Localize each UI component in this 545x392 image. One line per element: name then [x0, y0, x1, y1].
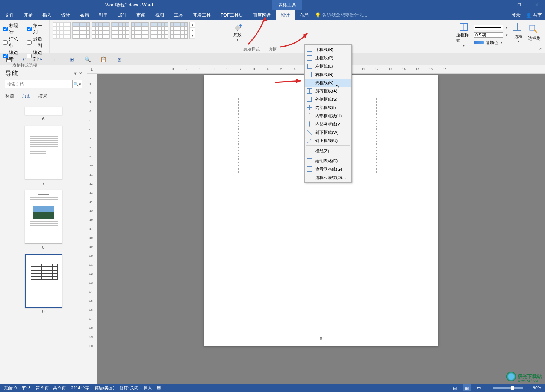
- border-menu-item[interactable]: 横线(Z): [305, 147, 351, 155]
- pen-color-selector[interactable]: 笔颜色▼: [474, 39, 509, 46]
- menu-tab-13[interactable]: 设计: [276, 10, 295, 20]
- border-menu-item[interactable]: 左框线(L): [305, 62, 351, 70]
- nav-dropdown-icon[interactable]: ▼: [73, 71, 77, 76]
- border-painter-button[interactable]: 边框刷: [527, 23, 542, 43]
- nav-tab[interactable]: 标题: [5, 93, 14, 101]
- qat-icon-2[interactable]: ⊞: [68, 56, 75, 63]
- table-style-option[interactable]: [72, 22, 90, 39]
- table-style-option[interactable]: [53, 22, 71, 39]
- view-web-icon[interactable]: ▭: [475, 384, 483, 391]
- menu-tab-10[interactable]: 开发工具: [188, 10, 216, 20]
- menu-tab-11[interactable]: PDF工具集: [216, 10, 248, 20]
- menu-tab-9[interactable]: 工具: [169, 10, 188, 20]
- menu-tab-5[interactable]: 引用: [94, 10, 113, 20]
- nav-tab[interactable]: 页面: [22, 93, 31, 101]
- menu-tab-7[interactable]: 审阅: [132, 10, 150, 20]
- status-lang[interactable]: 英语(美国): [95, 385, 114, 391]
- status-words[interactable]: 2214 个字: [71, 385, 90, 391]
- line-style-selector[interactable]: ▼: [474, 24, 509, 31]
- nav-close-icon[interactable]: ✕: [79, 71, 82, 76]
- border-styles-button[interactable]: 边框样式 ▼: [456, 23, 471, 47]
- close-icon[interactable]: ✕: [528, 0, 545, 10]
- zoom-level[interactable]: 90%: [533, 386, 541, 390]
- contextual-tab-label: 表格工具: [272, 0, 302, 10]
- chk-banded-row[interactable]: 镶边行: [3, 50, 23, 62]
- chk-last-col[interactable]: 最后一列: [27, 36, 47, 49]
- zoom-in-icon[interactable]: +: [527, 386, 529, 390]
- status-pageof[interactable]: 第 9 页，共 9 页: [36, 385, 65, 391]
- chk-banded-col[interactable]: 镶边列: [27, 50, 47, 62]
- table-styles-gallery[interactable]: ▴▾▼: [53, 22, 450, 39]
- border-menu-item[interactable]: 斜下框线(W): [305, 128, 351, 136]
- status-macro-icon[interactable]: ▦: [157, 385, 161, 391]
- menu-tab-3[interactable]: 设计: [56, 10, 75, 20]
- table-styles-more[interactable]: ▴▾▼: [189, 22, 195, 39]
- share-button[interactable]: 👤共享: [526, 12, 542, 18]
- qat-icon-3[interactable]: 🔍: [84, 56, 91, 63]
- table-style-option[interactable]: [111, 22, 129, 39]
- qat-icon-1[interactable]: ▭: [53, 56, 59, 63]
- status-track[interactable]: 修订: 关闭: [120, 385, 138, 391]
- tell-me[interactable]: 💡告诉我您想要做什么…: [315, 12, 368, 18]
- chk-total-row[interactable]: 汇总行: [3, 36, 23, 49]
- collapse-ribbon-icon[interactable]: ㅅ: [539, 46, 543, 51]
- menu-tab-8[interactable]: 视图: [150, 10, 169, 20]
- view-print-icon[interactable]: ▦: [463, 384, 471, 391]
- menu-tab-6[interactable]: 邮件: [113, 10, 132, 20]
- table-style-option[interactable]: [92, 22, 110, 39]
- bulb-icon: 💡: [315, 12, 321, 18]
- search-icon[interactable]: 🔍▾: [72, 80, 82, 88]
- border-menu-item[interactable]: 下框线(B): [305, 45, 351, 54]
- page-thumbnail[interactable]: 7: [25, 126, 62, 185]
- menu-tab-12[interactable]: 百度网盘: [248, 10, 276, 20]
- border-type-icon: [306, 148, 312, 154]
- table-style-option[interactable]: [170, 22, 188, 39]
- borders-dropdown-button[interactable]: 边框▼: [511, 23, 526, 43]
- border-menu-item[interactable]: 查看网格线(G): [305, 165, 351, 173]
- nav-title: 导航: [5, 69, 18, 78]
- status-page[interactable]: 页面: 9: [4, 385, 17, 391]
- zoom-slider[interactable]: [493, 387, 523, 389]
- ribbon-display-icon[interactable]: ▭: [478, 0, 493, 10]
- page-thumbnail[interactable]: 9: [25, 254, 62, 314]
- border-menu-item[interactable]: 无框线(N): [305, 79, 351, 87]
- status-mode[interactable]: 插入: [144, 385, 152, 391]
- border-menu-item[interactable]: 所有框线(A): [305, 87, 351, 95]
- table-style-option[interactable]: [131, 22, 149, 39]
- border-menu-item[interactable]: 右框线(R): [305, 70, 351, 79]
- border-menu-item[interactable]: 内部横框线(H): [305, 112, 351, 120]
- qat-icon-4[interactable]: 📋: [100, 56, 107, 63]
- zoom-out-icon[interactable]: −: [487, 386, 489, 390]
- border-menu-item[interactable]: 外侧框线(S): [305, 95, 351, 103]
- chk-first-col[interactable]: 第一列: [27, 23, 47, 35]
- border-menu-item[interactable]: 内部框线(I): [305, 103, 351, 112]
- qat-icon-5[interactable]: ⎘: [116, 56, 123, 63]
- menu-tab-0[interactable]: 文件: [0, 10, 19, 20]
- line-weight-selector[interactable]: 0.5 磅▼: [474, 32, 509, 38]
- border-menu-item[interactable]: 内部竖框线(V): [305, 120, 351, 128]
- chk-header-row[interactable]: 标题行: [3, 23, 23, 35]
- border-menu-item[interactable]: 绘制表格(D): [305, 157, 351, 165]
- border-type-icon: [306, 174, 312, 180]
- search-input[interactable]: [5, 80, 72, 88]
- border-menu-item[interactable]: 上框线(P): [305, 54, 351, 62]
- nav-search[interactable]: 🔍▾: [5, 80, 82, 88]
- menu-tab-1[interactable]: 开始: [19, 10, 38, 20]
- border-menu-item[interactable]: 斜上框线(U): [305, 136, 351, 145]
- view-read-icon[interactable]: ▤: [451, 384, 459, 391]
- login-link[interactable]: 登录: [512, 12, 521, 18]
- border-menu-item[interactable]: 边框和底纹(O)…: [305, 173, 351, 182]
- watermark: 极光下载站 www.xz7.com: [506, 372, 542, 381]
- status-bar: 页面: 9 节: 3 第 9 页，共 9 页 2214 个字 英语(美国) 修订…: [0, 384, 545, 392]
- menu-tab-14[interactable]: 布局: [295, 10, 313, 20]
- page-thumbnail[interactable]: 6: [25, 107, 62, 121]
- status-section[interactable]: 节: 3: [22, 385, 30, 391]
- maximize-icon[interactable]: ☐: [510, 0, 528, 10]
- minimize-icon[interactable]: —: [493, 0, 510, 10]
- nav-tab[interactable]: 结果: [38, 93, 47, 101]
- menu-tab-4[interactable]: 布局: [75, 10, 94, 20]
- shading-button[interactable]: 底纹▼: [230, 23, 245, 41]
- table-style-option[interactable]: [150, 22, 168, 39]
- page-thumbnail[interactable]: 8: [25, 190, 62, 250]
- menu-tab-2[interactable]: 插入: [38, 10, 56, 20]
